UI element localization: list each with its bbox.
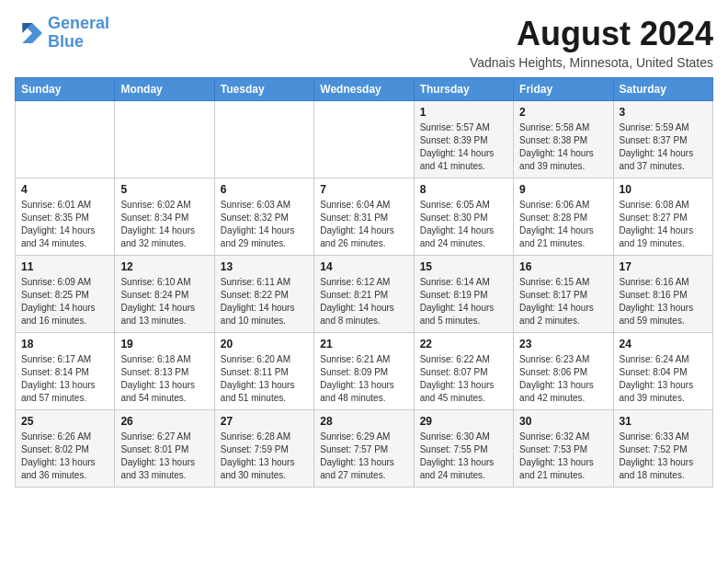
day-info: Sunrise: 6:26 AM Sunset: 8:02 PM Dayligh… bbox=[21, 431, 108, 482]
calendar-cell: 3Sunrise: 5:59 AM Sunset: 8:37 PM Daylig… bbox=[613, 101, 712, 178]
calendar-week-4: 18Sunrise: 6:17 AM Sunset: 8:14 PM Dayli… bbox=[16, 333, 713, 410]
calendar-cell: 6Sunrise: 6:03 AM Sunset: 8:32 PM Daylig… bbox=[214, 178, 313, 256]
calendar-table: SundayMondayTuesdayWednesdayThursdayFrid… bbox=[15, 77, 713, 488]
day-number: 26 bbox=[120, 415, 208, 428]
calendar-cell: 25Sunrise: 6:26 AM Sunset: 8:02 PM Dayli… bbox=[16, 410, 115, 488]
day-info: Sunrise: 6:06 AM Sunset: 8:28 PM Dayligh… bbox=[519, 199, 607, 250]
calendar-cell: 28Sunrise: 6:29 AM Sunset: 7:57 PM Dayli… bbox=[314, 410, 414, 488]
day-info: Sunrise: 6:16 AM Sunset: 8:16 PM Dayligh… bbox=[620, 276, 707, 327]
day-info: Sunrise: 6:21 AM Sunset: 8:09 PM Dayligh… bbox=[320, 353, 407, 405]
calendar-cell: 1Sunrise: 5:57 AM Sunset: 8:39 PM Daylig… bbox=[414, 101, 513, 178]
calendar-cell: 2Sunrise: 5:58 AM Sunset: 8:38 PM Daylig… bbox=[514, 101, 613, 178]
day-number: 25 bbox=[21, 415, 108, 428]
page-header: General Blue August 2024 Vadnais Heights… bbox=[15, 15, 713, 70]
day-number: 24 bbox=[620, 338, 707, 350]
calendar-header: SundayMondayTuesdayWednesdayThursdayFrid… bbox=[16, 78, 713, 101]
weekday-sunday: Sunday bbox=[16, 78, 115, 101]
location-text: Vadnais Heights, Minnesota, United State… bbox=[470, 55, 713, 70]
day-info: Sunrise: 6:27 AM Sunset: 8:01 PM Dayligh… bbox=[120, 431, 208, 482]
day-info: Sunrise: 6:10 AM Sunset: 8:24 PM Dayligh… bbox=[120, 276, 208, 327]
weekday-friday: Friday bbox=[514, 78, 613, 101]
calendar-week-2: 4Sunrise: 6:01 AM Sunset: 8:35 PM Daylig… bbox=[16, 178, 713, 256]
day-info: Sunrise: 6:04 AM Sunset: 8:31 PM Dayligh… bbox=[320, 199, 407, 250]
calendar-week-5: 25Sunrise: 6:26 AM Sunset: 8:02 PM Dayli… bbox=[16, 410, 713, 488]
calendar-cell: 4Sunrise: 6:01 AM Sunset: 8:35 PM Daylig… bbox=[16, 178, 115, 256]
calendar-cell: 15Sunrise: 6:14 AM Sunset: 8:19 PM Dayli… bbox=[414, 256, 513, 333]
calendar-cell: 23Sunrise: 6:23 AM Sunset: 8:06 PM Dayli… bbox=[514, 333, 613, 410]
weekday-header-row: SundayMondayTuesdayWednesdayThursdayFrid… bbox=[16, 78, 713, 101]
calendar-cell: 14Sunrise: 6:12 AM Sunset: 8:21 PM Dayli… bbox=[314, 256, 414, 333]
month-title: August 2024 bbox=[470, 15, 713, 53]
day-number: 10 bbox=[620, 183, 707, 196]
day-info: Sunrise: 6:24 AM Sunset: 8:04 PM Dayligh… bbox=[620, 353, 707, 405]
day-number: 4 bbox=[21, 183, 108, 196]
day-number: 30 bbox=[519, 415, 607, 428]
day-number: 20 bbox=[221, 338, 308, 350]
day-number: 23 bbox=[519, 338, 607, 350]
day-info: Sunrise: 6:33 AM Sunset: 7:52 PM Dayligh… bbox=[620, 431, 707, 482]
calendar-cell: 21Sunrise: 6:21 AM Sunset: 8:09 PM Dayli… bbox=[314, 333, 414, 410]
weekday-thursday: Thursday bbox=[414, 78, 513, 101]
calendar-week-3: 11Sunrise: 6:09 AM Sunset: 8:25 PM Dayli… bbox=[16, 256, 713, 333]
day-number: 18 bbox=[21, 338, 108, 350]
title-block: August 2024 Vadnais Heights, Minnesota, … bbox=[470, 15, 713, 70]
calendar-cell: 8Sunrise: 6:05 AM Sunset: 8:30 PM Daylig… bbox=[414, 178, 513, 256]
logo-icon bbox=[15, 20, 44, 46]
day-number: 15 bbox=[420, 260, 507, 273]
day-number: 29 bbox=[420, 415, 507, 428]
day-info: Sunrise: 5:59 AM Sunset: 8:37 PM Dayligh… bbox=[620, 121, 707, 173]
calendar-cell: 29Sunrise: 6:30 AM Sunset: 7:55 PM Dayli… bbox=[414, 410, 513, 488]
calendar-cell: 26Sunrise: 6:27 AM Sunset: 8:01 PM Dayli… bbox=[115, 410, 214, 488]
calendar-cell bbox=[314, 101, 414, 178]
calendar-cell: 31Sunrise: 6:33 AM Sunset: 7:52 PM Dayli… bbox=[613, 410, 712, 488]
calendar-cell bbox=[16, 101, 115, 178]
day-number: 12 bbox=[120, 260, 208, 273]
day-number: 11 bbox=[21, 260, 108, 273]
day-info: Sunrise: 6:05 AM Sunset: 8:30 PM Dayligh… bbox=[420, 199, 507, 250]
day-number: 8 bbox=[420, 183, 507, 196]
calendar-cell: 11Sunrise: 6:09 AM Sunset: 8:25 PM Dayli… bbox=[16, 256, 115, 333]
day-info: Sunrise: 6:14 AM Sunset: 8:19 PM Dayligh… bbox=[420, 276, 507, 327]
day-number: 19 bbox=[120, 338, 208, 350]
calendar-cell: 19Sunrise: 6:18 AM Sunset: 8:13 PM Dayli… bbox=[115, 333, 214, 410]
calendar-cell: 22Sunrise: 6:22 AM Sunset: 8:07 PM Dayli… bbox=[414, 333, 513, 410]
day-number: 6 bbox=[221, 183, 308, 196]
day-info: Sunrise: 6:28 AM Sunset: 7:59 PM Dayligh… bbox=[221, 431, 308, 482]
day-info: Sunrise: 6:15 AM Sunset: 8:17 PM Dayligh… bbox=[519, 276, 607, 327]
day-number: 9 bbox=[519, 183, 607, 196]
calendar-cell: 24Sunrise: 6:24 AM Sunset: 8:04 PM Dayli… bbox=[613, 333, 712, 410]
calendar-cell: 10Sunrise: 6:08 AM Sunset: 8:27 PM Dayli… bbox=[613, 178, 712, 256]
day-number: 5 bbox=[120, 183, 208, 196]
day-info: Sunrise: 6:20 AM Sunset: 8:11 PM Dayligh… bbox=[221, 353, 308, 405]
day-number: 7 bbox=[320, 183, 407, 196]
day-info: Sunrise: 6:12 AM Sunset: 8:21 PM Dayligh… bbox=[320, 276, 407, 327]
day-info: Sunrise: 6:32 AM Sunset: 7:53 PM Dayligh… bbox=[519, 431, 607, 482]
day-info: Sunrise: 6:23 AM Sunset: 8:06 PM Dayligh… bbox=[519, 353, 607, 405]
day-number: 13 bbox=[221, 260, 308, 273]
calendar-cell: 27Sunrise: 6:28 AM Sunset: 7:59 PM Dayli… bbox=[214, 410, 313, 488]
weekday-tuesday: Tuesday bbox=[214, 78, 313, 101]
day-number: 21 bbox=[320, 338, 407, 350]
day-info: Sunrise: 6:08 AM Sunset: 8:27 PM Dayligh… bbox=[620, 199, 707, 250]
day-info: Sunrise: 6:17 AM Sunset: 8:14 PM Dayligh… bbox=[21, 353, 108, 405]
day-info: Sunrise: 6:09 AM Sunset: 8:25 PM Dayligh… bbox=[21, 276, 108, 327]
calendar-cell: 9Sunrise: 6:06 AM Sunset: 8:28 PM Daylig… bbox=[514, 178, 613, 256]
calendar-cell: 12Sunrise: 6:10 AM Sunset: 8:24 PM Dayli… bbox=[115, 256, 214, 333]
day-info: Sunrise: 6:18 AM Sunset: 8:13 PM Dayligh… bbox=[120, 353, 208, 405]
day-info: Sunrise: 6:29 AM Sunset: 7:57 PM Dayligh… bbox=[320, 431, 407, 482]
calendar-week-1: 1Sunrise: 5:57 AM Sunset: 8:39 PM Daylig… bbox=[16, 101, 713, 178]
day-number: 2 bbox=[519, 106, 607, 119]
day-info: Sunrise: 6:22 AM Sunset: 8:07 PM Dayligh… bbox=[420, 353, 507, 405]
day-info: Sunrise: 6:02 AM Sunset: 8:34 PM Dayligh… bbox=[120, 199, 208, 250]
day-number: 1 bbox=[420, 106, 507, 119]
calendar-cell: 7Sunrise: 6:04 AM Sunset: 8:31 PM Daylig… bbox=[314, 178, 414, 256]
day-info: Sunrise: 6:30 AM Sunset: 7:55 PM Dayligh… bbox=[420, 431, 507, 482]
calendar-cell: 16Sunrise: 6:15 AM Sunset: 8:17 PM Dayli… bbox=[514, 256, 613, 333]
day-number: 28 bbox=[320, 415, 407, 428]
day-number: 14 bbox=[320, 260, 407, 273]
day-number: 17 bbox=[620, 260, 707, 273]
calendar-cell: 17Sunrise: 6:16 AM Sunset: 8:16 PM Dayli… bbox=[613, 256, 712, 333]
logo-text: General Blue bbox=[48, 15, 109, 52]
day-number: 16 bbox=[519, 260, 607, 273]
day-number: 27 bbox=[221, 415, 308, 428]
